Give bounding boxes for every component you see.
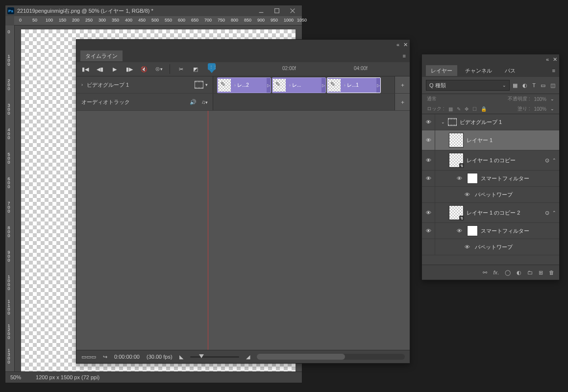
fill-value[interactable]: 100% [534, 106, 546, 112]
speaker-icon[interactable]: 🔊 [190, 99, 197, 105]
clip-handle[interactable]: ▷ [321, 78, 325, 93]
chevron-icon[interactable]: ⌃ [552, 158, 556, 163]
layer-name[interactable]: パペットワープ [475, 244, 556, 251]
layer-name[interactable]: スマートフィルター [481, 227, 556, 235]
frames-view-icon[interactable]: ▭▭▭ [81, 354, 96, 360]
visibility-toggle[interactable] [422, 187, 435, 202]
zoom-in-icon[interactable]: ◢ [246, 354, 250, 360]
timeline-clip[interactable]: ›レ...1▷ [327, 77, 381, 93]
close-panel-icon[interactable]: ✕ [553, 56, 557, 63]
layer-row[interactable]: 👁レイヤー 1 のコピー⊙⌃ [422, 150, 559, 171]
minimize-button[interactable] [254, 6, 269, 15]
visibility-toggle[interactable]: 👁 [422, 150, 435, 170]
layer-row[interactable]: 👁パペットワープ [422, 187, 559, 203]
panel-menu-icon[interactable]: ≡ [552, 68, 555, 74]
new-layer-icon[interactable]: ⊞ [539, 270, 543, 276]
music-icon[interactable]: ♫▾ [201, 99, 208, 105]
layer-row[interactable]: 👁レイヤー 1 [422, 130, 559, 150]
filter-type-icon[interactable]: T [532, 82, 536, 89]
ruler-tick: 1050 [297, 18, 307, 23]
visibility-toggle[interactable]: 👁 [457, 228, 462, 234]
timeline-scrollbar[interactable] [257, 354, 405, 360]
filter-image-icon[interactable]: ▦ [513, 82, 518, 89]
timeline-tab[interactable]: タイムライン [80, 50, 123, 61]
timecode[interactable]: 0:00:00:00 [114, 354, 140, 360]
collapse-icon[interactable]: « [546, 56, 549, 62]
layer-row[interactable]: 👁⌄ビデオグループ 1 [422, 114, 559, 130]
close-button[interactable] [285, 6, 300, 15]
zoom-level[interactable]: 50% [10, 374, 21, 380]
lock-artboard-icon[interactable]: ☐ [472, 106, 477, 112]
filter-shape-icon[interactable]: ▭ [541, 82, 545, 89]
transition-button[interactable]: ◩ [192, 65, 199, 73]
visibility-toggle[interactable]: 👁 [465, 244, 470, 250]
layer-row[interactable]: 👁👁スマートフィルター [422, 171, 559, 187]
add-mask-icon[interactable]: ◯ [505, 270, 511, 276]
filter-smart-icon[interactable]: ◫ [550, 82, 555, 89]
layer-name[interactable]: レイヤー 1 のコピー [467, 157, 542, 164]
layer-filter-dropdown[interactable]: Q 種類⌄ [426, 80, 510, 91]
time-label: 02:00f [282, 66, 296, 71]
visibility-toggle[interactable]: 👁 [422, 114, 435, 130]
chevron-down-icon[interactable]: ⌄ [441, 120, 445, 124]
lock-pixels-icon[interactable]: ▦ [448, 106, 453, 112]
lock-all-icon[interactable]: 🔒 [481, 106, 487, 112]
prev-frame-button[interactable]: ◀▮ [96, 65, 104, 73]
layer-row[interactable]: 👁👁スマートフィルター [422, 223, 559, 239]
filmstrip-icon[interactable] [195, 81, 203, 89]
timeline-ruler[interactable]: 02:00f 04:00f [205, 62, 395, 76]
layer-name[interactable]: スマートフィルター [481, 175, 556, 182]
new-group-icon[interactable]: 🗀 [527, 270, 533, 275]
clip-handle[interactable]: ▷ [267, 78, 271, 93]
add-audio-track-button[interactable]: ＋ [395, 94, 410, 110]
link-layers-icon[interactable]: ⚯ [483, 270, 487, 276]
maximize-button[interactable] [270, 6, 284, 15]
layer-row[interactable]: 👁レイヤー 1 のコピー 2⊙⌃ [422, 203, 559, 223]
panel-menu-icon[interactable]: ≡ [403, 53, 406, 59]
render-icon[interactable]: ↪ [103, 354, 107, 360]
split-clip-button[interactable]: ✂ [177, 65, 185, 73]
visibility-toggle[interactable]: 👁 [422, 203, 435, 222]
paths-tab[interactable]: パス [500, 65, 520, 76]
next-frame-button[interactable]: ▮▶ [125, 65, 133, 73]
clip-handle[interactable]: ▷ [376, 78, 380, 93]
layer-name[interactable]: レイヤー 1 のコピー 2 [467, 209, 542, 217]
delete-layer-icon[interactable]: 🗑 [549, 270, 554, 275]
opacity-label: 不透明度 : [508, 96, 530, 102]
clips-area[interactable]: ›レ...2▷›レ...▷›レ...1▷ [213, 76, 395, 93]
adjustment-layer-icon[interactable]: ◐ [517, 270, 521, 276]
layer-row[interactable]: 👁パペットワープ [422, 239, 559, 255]
chevron-icon[interactable]: ⌃ [552, 210, 556, 215]
close-panel-icon[interactable]: ✕ [403, 42, 408, 48]
blend-mode-dropdown[interactable]: 通常 [427, 96, 437, 102]
visibility-toggle[interactable]: 👁 [422, 130, 435, 150]
expand-track-icon[interactable]: › [81, 82, 83, 87]
timeline-clip[interactable]: ›レ...▷ [272, 77, 326, 93]
visibility-toggle[interactable]: 👁 [422, 223, 435, 239]
settings-button[interactable]: ▾ [155, 65, 163, 73]
layers-tab[interactable]: レイヤー [426, 65, 457, 76]
collapse-icon[interactable]: « [396, 42, 399, 48]
layer-name[interactable]: レイヤー 1 [467, 137, 556, 144]
visibility-toggle[interactable]: 👁 [422, 171, 435, 186]
play-button[interactable]: ▶ [111, 65, 119, 73]
zoom-slider[interactable] [190, 356, 239, 358]
smart-filter-icon[interactable]: ⊙ [545, 157, 549, 164]
layer-style-icon[interactable]: fx. [493, 270, 499, 275]
mute-button[interactable]: 🔇 [140, 65, 148, 73]
channels-tab[interactable]: チャンネル [460, 65, 497, 76]
timeline-clip[interactable]: ›レ...2▷ [217, 77, 271, 93]
lock-position-icon[interactable]: ✥ [465, 106, 469, 112]
zoom-out-icon[interactable]: ◣ [179, 354, 183, 360]
smart-filter-icon[interactable]: ⊙ [545, 210, 549, 216]
layer-name[interactable]: ビデオグループ 1 [460, 119, 556, 126]
first-frame-button[interactable]: ▮◀ [81, 65, 89, 73]
add-video-track-button[interactable]: ＋ [395, 76, 410, 93]
visibility-toggle[interactable]: 👁 [457, 175, 462, 181]
filter-adjust-icon[interactable]: ◐ [522, 82, 527, 89]
layer-name[interactable]: パペットワープ [475, 191, 556, 198]
visibility-toggle[interactable] [422, 239, 435, 255]
visibility-toggle[interactable]: 👁 [465, 192, 470, 197]
opacity-value[interactable]: 100% [534, 97, 546, 102]
lock-brush-icon[interactable]: ✎ [457, 106, 461, 112]
